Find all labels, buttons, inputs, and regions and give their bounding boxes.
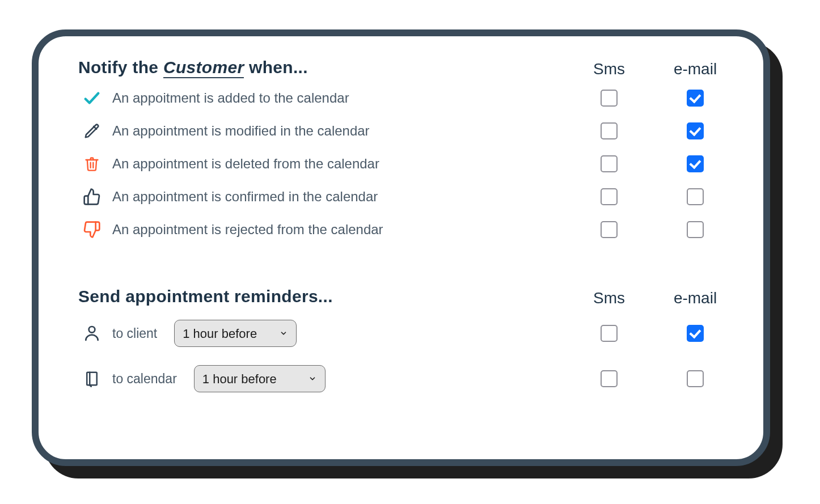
notify-column-header-email: e-mail <box>656 60 735 78</box>
check-icon <box>78 82 105 115</box>
layout-grid: Notify the Customer when... Sms e-mail A… <box>78 57 735 401</box>
reminder-row-client: to client 1 hour before <box>112 311 563 356</box>
trash-icon <box>78 147 105 180</box>
notify-heading-suffix: when... <box>244 58 307 77</box>
pencil-icon <box>78 115 105 147</box>
reminders-column-header-email: e-mail <box>656 289 735 307</box>
notify-row-label-deleted: An appointment is deleted from the calen… <box>112 147 563 180</box>
notify-heading-emphasis: Customer <box>163 58 244 78</box>
notify-row-label-modified: An appointment is modified in the calend… <box>112 115 563 147</box>
notify-heading: Notify the Customer when... <box>78 57 563 82</box>
thumbs-down-icon <box>78 213 105 246</box>
person-icon <box>78 311 105 356</box>
svg-point-3 <box>89 327 95 333</box>
svg-line-6 <box>90 385 91 387</box>
notify-row-sms-checkbox-modified[interactable] <box>601 122 618 139</box>
svg-line-0 <box>94 126 96 129</box>
notify-row-email-checkbox-added[interactable] <box>687 90 704 107</box>
notify-heading-prefix: Notify the <box>78 58 163 77</box>
reminder-row-label-calendar: to calendar <box>112 371 177 387</box>
reminder-email-checkbox-calendar[interactable] <box>687 370 704 387</box>
notify-row-sms-checkbox-deleted[interactable] <box>601 155 618 172</box>
reminder-email-checkbox-client[interactable] <box>687 325 704 342</box>
notify-row-email-checkbox-confirmed[interactable] <box>687 188 704 205</box>
notify-column-header-sms: Sms <box>569 60 649 78</box>
notify-row-email-checkbox-deleted[interactable] <box>687 155 704 172</box>
thumbs-up-icon <box>78 180 105 213</box>
notify-row-label-added: An appoitment is added to the calendar <box>112 82 563 115</box>
notebook-icon <box>78 356 105 401</box>
reminder-sms-checkbox-client[interactable] <box>601 325 618 342</box>
notify-row-sms-checkbox-confirmed[interactable] <box>601 188 618 205</box>
notify-row-sms-checkbox-rejected[interactable] <box>601 221 618 238</box>
reminder-sms-checkbox-calendar[interactable] <box>601 370 618 387</box>
settings-panel: Notify the Customer when... Sms e-mail A… <box>32 29 770 466</box>
reminder-time-select-calendar[interactable]: 1 hour before <box>194 365 326 392</box>
svg-rect-4 <box>87 372 97 386</box>
reminders-heading: Send appointment reminders... <box>78 286 563 311</box>
notify-row-sms-checkbox-added[interactable] <box>601 90 618 107</box>
notify-row-label-confirmed: An appointment is confirmed in the calen… <box>112 180 563 213</box>
reminder-time-select-client[interactable]: 1 hour before <box>174 320 297 347</box>
reminder-row-calendar: to calendar 1 hour before <box>112 356 563 401</box>
notify-row-email-checkbox-rejected[interactable] <box>687 221 704 238</box>
reminders-column-header-sms: Sms <box>569 289 649 307</box>
reminder-row-label-client: to client <box>112 326 157 341</box>
notify-row-label-rejected: An appointment is rejected from the cale… <box>112 213 563 246</box>
notify-row-email-checkbox-modified[interactable] <box>687 122 704 139</box>
